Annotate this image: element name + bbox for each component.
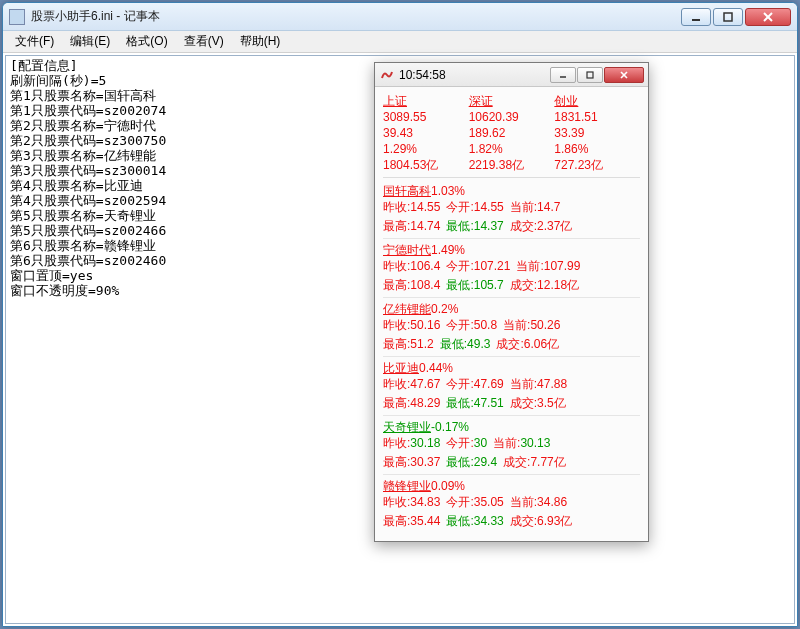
stock-pct: 0.2% [431,302,458,316]
menu-help[interactable]: 帮助(H) [232,31,289,52]
low: 最低:49.3 [440,336,491,352]
prev: 昨收:30.18 [383,435,440,451]
index-pct: 1.29% [383,141,469,157]
prev: 昨收:14.55 [383,199,440,215]
stock-header: 国轩高科1.03% [383,183,640,199]
index-row: 上证3089.5539.431.29%1804.53亿深证10620.39189… [383,93,640,178]
low: 最低:105.7 [446,277,503,293]
index-col: 上证3089.5539.431.29%1804.53亿 [383,93,469,173]
index-name[interactable]: 上证 [383,93,469,109]
open: 今开:107.21 [446,258,510,274]
stock-row-1: 昨收:14.55今开:14.55当前:14.7 [383,199,640,215]
cur: 当前:34.86 [510,494,567,510]
low: 最低:14.37 [446,218,503,234]
stock-row-2: 最高:30.37最低:29.4成交:7.77亿 [383,454,640,470]
stock-header: 宁德时代1.49% [383,242,640,258]
stock-row-2: 最高:35.44最低:34.33成交:6.93亿 [383,513,640,529]
index-vol: 727.23亿 [554,157,640,173]
stock-time: 10:54:58 [399,68,550,82]
stock-row-2: 最高:14.74最低:14.37成交:2.37亿 [383,218,640,234]
cur: 当前:47.88 [510,376,567,392]
notepad-menu: 文件(F) 编辑(E) 格式(O) 查看(V) 帮助(H) [3,31,797,53]
high: 最高:48.29 [383,395,440,411]
minimize-button[interactable] [550,67,576,83]
index-price: 10620.39 [469,109,555,125]
vol: 成交:7.77亿 [503,454,566,470]
stock-name[interactable]: 国轩高科 [383,184,431,198]
vol: 成交:6.06亿 [496,336,559,352]
stock-pct: 1.49% [431,243,465,257]
prev: 昨收:34.83 [383,494,440,510]
stock-name[interactable]: 赣锋锂业 [383,479,431,493]
stock-block: 赣锋锂业0.09%昨收:34.83今开:35.05当前:34.86最高:35.4… [383,475,640,533]
stock-row-1: 昨收:50.16今开:50.8当前:50.26 [383,317,640,333]
high: 最高:51.2 [383,336,434,352]
index-pct: 1.82% [469,141,555,157]
stock-row-1: 昨收:106.4今开:107.21当前:107.99 [383,258,640,274]
svg-rect-1 [724,13,732,21]
high: 最高:14.74 [383,218,440,234]
index-col: 深证10620.39189.621.82%2219.38亿 [469,93,555,173]
notepad-title: 股票小助手6.ini - 记事本 [31,8,681,25]
prev: 昨收:106.4 [383,258,440,274]
svg-rect-5 [587,72,593,78]
stock-row-2: 最高:48.29最低:47.51成交:3.5亿 [383,395,640,411]
index-chg: 33.39 [554,125,640,141]
menu-format[interactable]: 格式(O) [118,31,175,52]
stock-header: 天奇锂业-0.17% [383,419,640,435]
index-price: 3089.55 [383,109,469,125]
stock-row-1: 昨收:34.83今开:35.05当前:34.86 [383,494,640,510]
close-button[interactable] [745,8,791,26]
window-controls [681,8,791,26]
index-chg: 39.43 [383,125,469,141]
stock-row-1: 昨收:30.18今开:30当前:30.13 [383,435,640,451]
stock-pct: 0.44% [419,361,453,375]
index-chg: 189.62 [469,125,555,141]
stock-app-icon [379,67,395,83]
index-name[interactable]: 创业 [554,93,640,109]
stock-block: 宁德时代1.49%昨收:106.4今开:107.21当前:107.99最高:10… [383,239,640,298]
stock-name[interactable]: 宁德时代 [383,243,431,257]
vol: 成交:2.37亿 [510,218,573,234]
stock-header: 比亚迪0.44% [383,360,640,376]
open: 今开:35.05 [446,494,503,510]
menu-file[interactable]: 文件(F) [7,31,62,52]
stock-titlebar[interactable]: 10:54:58 [375,63,648,87]
minimize-button[interactable] [681,8,711,26]
menu-edit[interactable]: 编辑(E) [62,31,118,52]
stock-helper-window: 10:54:58 上证3089.5539.431.29%1804.53亿深证10… [374,62,649,542]
vol: 成交:12.18亿 [510,277,579,293]
cur: 当前:50.26 [503,317,560,333]
low: 最低:29.4 [446,454,497,470]
stock-row-2: 最高:51.2最低:49.3成交:6.06亿 [383,336,640,352]
prev: 昨收:47.67 [383,376,440,392]
index-price: 1831.51 [554,109,640,125]
notepad-titlebar[interactable]: 股票小助手6.ini - 记事本 [3,3,797,31]
vol: 成交:3.5亿 [510,395,566,411]
vol: 成交:6.93亿 [510,513,573,529]
high: 最高:108.4 [383,277,440,293]
index-vol: 2219.38亿 [469,157,555,173]
close-button[interactable] [604,67,644,83]
index-col: 创业1831.5133.391.86%727.23亿 [554,93,640,173]
stock-name[interactable]: 亿纬锂能 [383,302,431,316]
prev: 昨收:50.16 [383,317,440,333]
stock-name[interactable]: 比亚迪 [383,361,419,375]
cur: 当前:107.99 [516,258,580,274]
maximize-button[interactable] [577,67,603,83]
stock-body: 上证3089.5539.431.29%1804.53亿深证10620.39189… [375,87,648,541]
index-name[interactable]: 深证 [469,93,555,109]
stock-window-controls [550,67,644,83]
maximize-button[interactable] [713,8,743,26]
notepad-icon [9,9,25,25]
stock-name[interactable]: 天奇锂业 [383,420,431,434]
cur: 当前:30.13 [493,435,550,451]
stock-pct: -0.17% [431,420,469,434]
open: 今开:47.69 [446,376,503,392]
stock-row-1: 昨收:47.67今开:47.69当前:47.88 [383,376,640,392]
index-pct: 1.86% [554,141,640,157]
cur: 当前:14.7 [510,199,561,215]
open: 今开:50.8 [446,317,497,333]
menu-view[interactable]: 查看(V) [176,31,232,52]
stock-header: 亿纬锂能0.2% [383,301,640,317]
